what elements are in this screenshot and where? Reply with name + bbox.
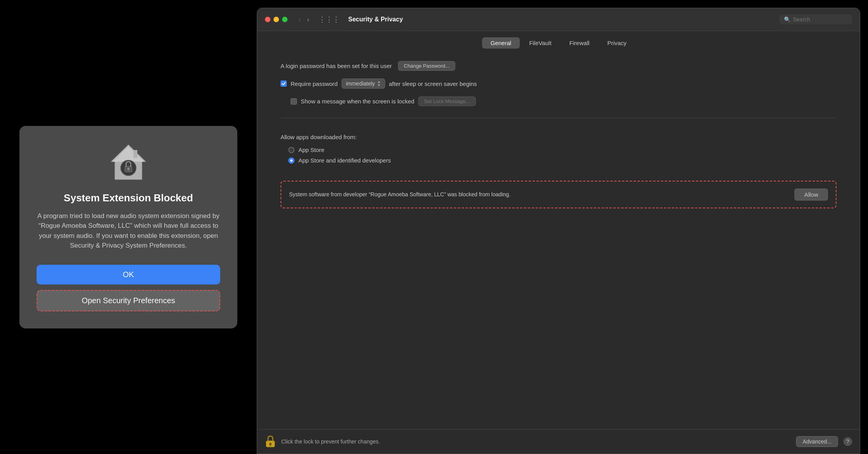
dialog-overlay: System Extension Blocked A program tried… bbox=[0, 0, 257, 454]
login-password-label: A login password has been set for this u… bbox=[281, 63, 392, 69]
show-message-row: Show a message when the screen is locked… bbox=[291, 96, 836, 106]
minimize-button[interactable] bbox=[274, 17, 279, 22]
house-lock-icon bbox=[107, 141, 150, 184]
show-message-label: Show a message when the screen is locked bbox=[301, 98, 414, 105]
set-lock-message-button[interactable]: Set Lock Message... bbox=[418, 96, 476, 106]
system-extension-dialog: System Extension Blocked A program tried… bbox=[19, 126, 237, 328]
app-store-identified-label: App Store and identified developers bbox=[298, 157, 391, 164]
immediately-dropdown[interactable]: immediately ▲ ▼ bbox=[342, 79, 385, 89]
change-password-button[interactable]: Change Password... bbox=[398, 61, 455, 71]
window-chrome: ‹ › ⋮⋮⋮ Security & Privacy 🔍 General Fil… bbox=[257, 8, 860, 454]
lock-icon[interactable] bbox=[265, 435, 276, 448]
svg-rect-9 bbox=[270, 445, 271, 446]
app-store-label: App Store bbox=[298, 147, 324, 153]
open-security-preferences-button[interactable]: Open Security Preferences bbox=[37, 290, 220, 311]
blocked-software-text: System software from developer “Rogue Am… bbox=[289, 190, 510, 199]
dialog-body: A program tried to load new audio system… bbox=[37, 211, 220, 251]
svg-marker-1 bbox=[112, 146, 144, 162]
help-button[interactable]: ? bbox=[843, 437, 852, 446]
titlebar: ‹ › ⋮⋮⋮ Security & Privacy 🔍 bbox=[257, 8, 860, 31]
show-message-checkbox[interactable] bbox=[291, 98, 297, 105]
tab-bar: General FileVault Firewall Privacy bbox=[257, 31, 860, 53]
search-icon: 🔍 bbox=[784, 16, 791, 23]
allow-apps-section: Allow apps downloaded from: App Store Ap… bbox=[281, 134, 836, 168]
forward-button[interactable]: › bbox=[305, 15, 312, 24]
after-sleep-label: after sleep or screen saver begins bbox=[389, 80, 477, 87]
allow-apps-title: Allow apps downloaded from: bbox=[281, 134, 836, 140]
app-store-identified-radio-row: App Store and identified developers bbox=[288, 157, 836, 164]
dialog-buttons: OK Open Security Preferences bbox=[37, 265, 220, 311]
require-password-label: Require password bbox=[291, 80, 338, 87]
svg-rect-6 bbox=[128, 169, 129, 171]
tab-privacy[interactable]: Privacy bbox=[599, 37, 635, 49]
maximize-button[interactable] bbox=[282, 17, 288, 22]
password-section: A login password has been set for this u… bbox=[281, 61, 836, 71]
tab-firewall[interactable]: Firewall bbox=[561, 37, 598, 49]
app-store-identified-radio[interactable] bbox=[288, 157, 295, 164]
dialog-title: System Extension Blocked bbox=[64, 192, 193, 204]
require-password-checkbox[interactable] bbox=[281, 80, 287, 87]
preferences-window: ‹ › ⋮⋮⋮ Security & Privacy 🔍 General Fil… bbox=[257, 0, 868, 454]
traffic-lights bbox=[265, 17, 288, 22]
nav-arrows: ‹ › bbox=[296, 15, 312, 24]
content-area: A login password has been set for this u… bbox=[257, 53, 860, 429]
lock-label: Click the lock to prevent further change… bbox=[281, 438, 791, 445]
bottom-bar: Click the lock to prevent further change… bbox=[257, 429, 860, 454]
ok-button[interactable]: OK bbox=[37, 265, 220, 285]
require-password-row: Require password immediately ▲ ▼ after s… bbox=[281, 79, 836, 89]
close-button[interactable] bbox=[265, 17, 270, 22]
grid-icon: ⋮⋮⋮ bbox=[319, 15, 340, 24]
search-box: 🔍 bbox=[779, 14, 852, 24]
window-title: Security & Privacy bbox=[348, 16, 775, 23]
back-button[interactable]: ‹ bbox=[296, 15, 303, 24]
tab-general[interactable]: General bbox=[482, 37, 520, 49]
allow-button[interactable]: Allow bbox=[794, 189, 828, 201]
svg-rect-2 bbox=[133, 150, 137, 158]
search-input[interactable] bbox=[793, 16, 847, 23]
immediately-label: immediately bbox=[346, 80, 375, 87]
tab-filevault[interactable]: FileVault bbox=[521, 37, 560, 49]
divider bbox=[281, 118, 836, 118]
app-store-radio[interactable] bbox=[288, 147, 295, 153]
dropdown-arrows-icon: ▲ ▼ bbox=[377, 80, 381, 87]
advanced-button[interactable]: Advanced... bbox=[796, 436, 838, 447]
app-store-radio-row: App Store bbox=[288, 147, 836, 153]
blocked-software-box: System software from developer “Rogue Am… bbox=[281, 181, 836, 208]
